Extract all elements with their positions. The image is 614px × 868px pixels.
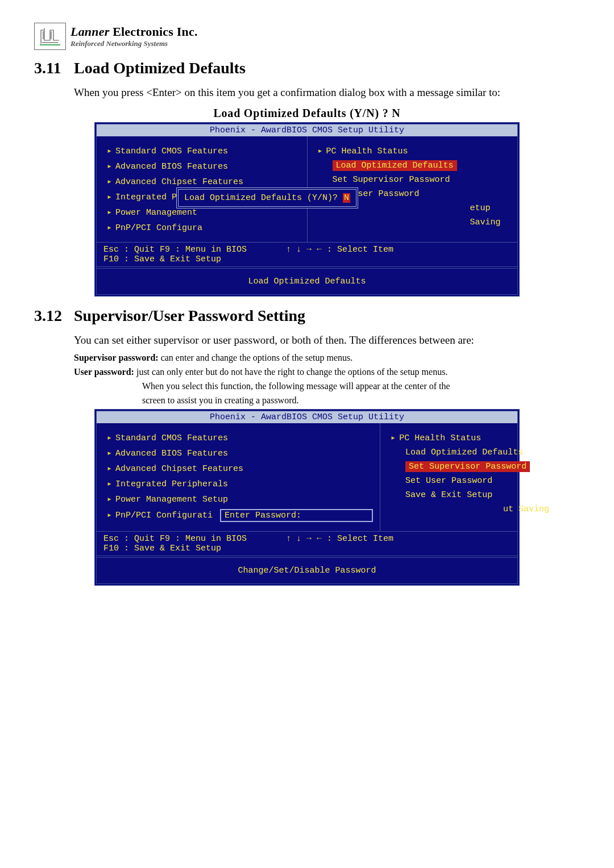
section-312-title: Supervisor/User Password Setting (74, 307, 305, 324)
supervisor-password-bold: Supervisor password: (74, 353, 159, 362)
section-311-title: Load Optimized Defaults (74, 59, 246, 77)
bios1-menu-advanced-bios[interactable]: Advanced BIOS Features (107, 158, 300, 174)
user-password-rest: just can only enter but do not have the … (134, 367, 447, 377)
bios2-menu-advanced-chipset[interactable]: Advanced Chipset Features (107, 461, 373, 476)
brand-name-rest: Electronics Inc. (109, 24, 197, 39)
bios2-hint: Change/Set/Disable Password (97, 556, 517, 583)
bios2-menu-pnp-pci-row[interactable]: PnP/PCI Configurati Enter Password: (107, 507, 373, 524)
bios1-hint: Load Optimized Defaults (97, 266, 517, 294)
bios2-menu-power-management[interactable]: Power Management Setup (107, 491, 373, 507)
section-312-extra1: When you select this function, the follo… (142, 379, 580, 393)
bios-screenshot-1: Phoenix - AwardBIOS CMOS Setup Utility S… (94, 122, 520, 297)
section-312-sup-line: Supervisor password: can enter and chang… (74, 352, 580, 364)
bios2-footer-right: ↑ ↓ → ← : Select Item (286, 534, 393, 544)
section-312-usr-line: User password: just can only enter but d… (74, 366, 580, 378)
section-312-extra2: screen to assist you in creating a passw… (142, 394, 580, 407)
bios2-menu-integrated-peripherals[interactable]: Integrated Peripherals (107, 476, 373, 491)
bios1-fragment-etup: etup (455, 201, 491, 215)
bios1-menu-pnp-pci[interactable]: PnP/PCI Configura (107, 220, 300, 235)
bios1-fragment-saving: Saving (455, 215, 501, 229)
bios2-menu-save-exit[interactable]: Save & Exit Setup (391, 488, 549, 502)
bios1-confirm-text: Load Optimized Defaults (Y/N)? (184, 193, 343, 203)
bios2-menu-advanced-bios[interactable]: Advanced BIOS Features (107, 445, 373, 461)
bios2-menu-pnp-pci: PnP/PCI Configurati (115, 511, 213, 520)
bios-screenshot-2: Phoenix - AwardBIOS CMOS Setup Utility S… (94, 409, 520, 586)
bios2-menu-pc-health[interactable]: PC Health Status (391, 430, 549, 445)
bios2-password-label: Enter Password: (225, 511, 301, 520)
bios1-confirm-value[interactable]: N (343, 193, 350, 203)
brand-tagline: Reinforced Networking Systems (70, 39, 198, 48)
section-312-heading: 3.12Supervisor/User Password Setting (34, 307, 580, 325)
bios1-menu-pc-health[interactable]: PC Health Status (318, 143, 511, 158)
bios1-title: Phoenix - AwardBIOS CMOS Setup Utility (97, 124, 517, 136)
section-311-heading: 3.11Load Optimized Defaults (34, 59, 580, 77)
bios1-confirm-dialog[interactable]: Load Optimized Defaults (Y/N)? N (176, 187, 358, 208)
bios1-menu-load-defaults[interactable]: Load Optimized Defaults (333, 160, 457, 171)
bios2-password-dialog[interactable]: Enter Password: (220, 509, 373, 522)
bios2-menu-supervisor-password[interactable]: Set Supervisor Password (405, 461, 530, 472)
bios2-fragment-ut-saving: ut Saving (488, 502, 549, 516)
bios1-menu-supervisor-password[interactable]: Set Supervisor Password (318, 173, 511, 187)
section-311-num: 3.11 (34, 59, 74, 77)
bios2-menu-load-defaults[interactable]: Load Optimized Defaults (391, 445, 549, 460)
bios2-footer-left1: Esc : Quit F9 : Menu in BIOS (103, 534, 247, 544)
dialog-title-311: Load Optimized Defaults (Y/N) ? N (34, 107, 580, 120)
bios1-menu-advanced-chipset[interactable]: Advanced Chipset Features (107, 174, 300, 189)
bios2-footer-left2: F10 : Save & Exit Setup (103, 544, 221, 553)
svg-point-0 (44, 28, 45, 30)
bios1-footer-left2: F10 : Save & Exit Setup (103, 254, 221, 264)
section-312-num: 3.12 (34, 307, 74, 325)
brand-logo-icon (34, 23, 66, 50)
brand-text: Lanner Electronics Inc. Reinforced Netwo… (70, 24, 198, 48)
section-311-para: When you press <Enter> on this item you … (74, 85, 580, 100)
bios2-title: Phoenix - AwardBIOS CMOS Setup Utility (97, 411, 517, 423)
bios1-footer-right: ↑ ↓ → ← : Select Item (286, 245, 393, 254)
section-312-para1: You can set either supervisor or user pa… (74, 333, 580, 348)
brand-header: Lanner Electronics Inc. Reinforced Netwo… (34, 23, 580, 50)
bios1-menu-standard-cmos[interactable]: Standard CMOS Features (107, 143, 300, 158)
bios2-menu-standard-cmos[interactable]: Standard CMOS Features (107, 430, 373, 445)
user-password-bold: User password: (74, 367, 134, 377)
bios1-footer-left1: Esc : Quit F9 : Menu in BIOS (103, 245, 247, 254)
bios2-menu-user-password[interactable]: Set User Password (391, 474, 549, 488)
supervisor-password-rest: can enter and change the options of the … (159, 353, 353, 362)
brand-name-italic: Lanner (70, 24, 109, 39)
